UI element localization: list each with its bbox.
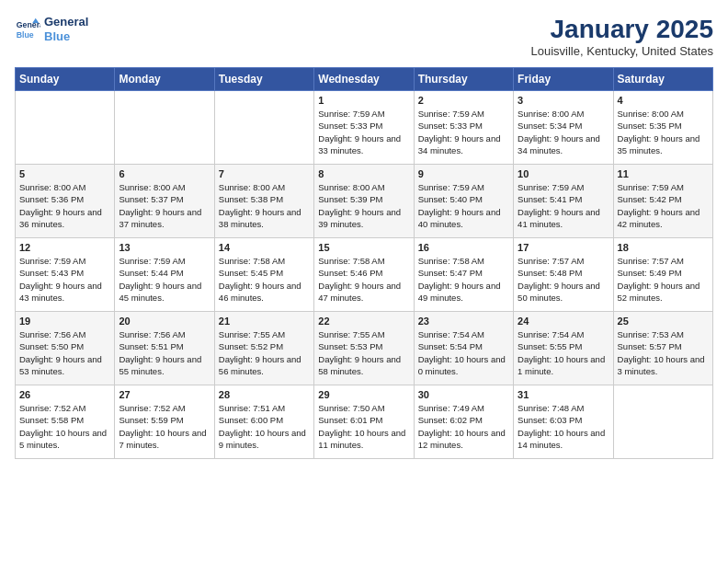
calendar-day-3: 3Sunrise: 8:00 AM Sunset: 5:34 PM Daylig…	[514, 91, 613, 165]
day-number: 8	[318, 168, 409, 179]
logo-text: General Blue	[44, 15, 88, 43]
day-header-wednesday: Wednesday	[314, 68, 414, 91]
calendar-day-20: 20Sunrise: 7:56 AM Sunset: 5:51 PM Dayli…	[115, 312, 214, 385]
calendar-day-26: 26Sunrise: 7:52 AM Sunset: 5:58 PM Dayli…	[16, 385, 115, 459]
day-number: 28	[219, 389, 310, 400]
day-info: Sunrise: 7:55 AM Sunset: 5:53 PM Dayligh…	[318, 328, 409, 377]
day-info: Sunrise: 7:50 AM Sunset: 6:01 PM Dayligh…	[318, 402, 409, 451]
day-info: Sunrise: 8:00 AM Sunset: 5:35 PM Dayligh…	[618, 108, 709, 156]
calendar-day-25: 25Sunrise: 7:53 AM Sunset: 5:57 PM Dayli…	[613, 312, 712, 385]
calendar-day-21: 21Sunrise: 7:55 AM Sunset: 5:52 PM Dayli…	[214, 312, 313, 385]
calendar-day-29: 29Sunrise: 7:50 AM Sunset: 6:01 PM Dayli…	[314, 385, 414, 459]
logo-icon: General Blue	[15, 17, 40, 42]
day-info: Sunrise: 7:59 AM Sunset: 5:43 PM Dayligh…	[19, 255, 110, 304]
day-number: 20	[119, 316, 210, 327]
day-number: 23	[418, 316, 509, 327]
day-info: Sunrise: 8:00 AM Sunset: 5:37 PM Dayligh…	[119, 181, 210, 230]
day-number: 27	[119, 389, 210, 400]
day-number: 15	[318, 242, 409, 253]
day-number: 1	[318, 95, 409, 106]
day-number: 13	[119, 242, 210, 253]
day-info: Sunrise: 7:57 AM Sunset: 5:49 PM Dayligh…	[618, 255, 709, 304]
day-number: 29	[318, 389, 409, 400]
day-number: 2	[418, 95, 509, 106]
day-header-friday: Friday	[514, 68, 613, 91]
calendar-week-2: 5Sunrise: 8:00 AM Sunset: 5:36 PM Daylig…	[16, 165, 713, 238]
day-number: 18	[618, 242, 709, 253]
calendar-week-4: 19Sunrise: 7:56 AM Sunset: 5:50 PM Dayli…	[16, 312, 713, 385]
calendar-day-12: 12Sunrise: 7:59 AM Sunset: 5:43 PM Dayli…	[16, 238, 115, 312]
day-info: Sunrise: 7:51 AM Sunset: 6:00 PM Dayligh…	[219, 402, 310, 451]
day-header-tuesday: Tuesday	[214, 68, 313, 91]
calendar-day-8: 8Sunrise: 8:00 AM Sunset: 5:39 PM Daylig…	[314, 165, 414, 238]
day-info: Sunrise: 8:00 AM Sunset: 5:39 PM Dayligh…	[318, 181, 409, 230]
day-number: 3	[518, 95, 609, 106]
calendar-day-31: 31Sunrise: 7:48 AM Sunset: 6:03 PM Dayli…	[514, 385, 613, 459]
page-header: General Blue General Blue January 2025 L…	[15, 15, 713, 58]
day-number: 21	[219, 316, 310, 327]
calendar-empty	[115, 91, 214, 165]
day-info: Sunrise: 7:53 AM Sunset: 5:57 PM Dayligh…	[618, 328, 709, 377]
title-block: January 2025 Louisville, Kentucky, Unite…	[531, 15, 713, 58]
day-number: 6	[119, 168, 210, 179]
calendar-day-7: 7Sunrise: 8:00 AM Sunset: 5:38 PM Daylig…	[214, 165, 313, 238]
day-info: Sunrise: 8:00 AM Sunset: 5:38 PM Dayligh…	[219, 181, 310, 230]
day-number: 16	[418, 242, 509, 253]
day-info: Sunrise: 7:58 AM Sunset: 5:47 PM Dayligh…	[418, 255, 509, 304]
day-number: 17	[518, 242, 609, 253]
day-info: Sunrise: 7:59 AM Sunset: 5:41 PM Dayligh…	[518, 181, 609, 230]
day-header-thursday: Thursday	[414, 68, 513, 91]
calendar-header-row: SundayMondayTuesdayWednesdayThursdayFrid…	[16, 68, 713, 91]
day-info: Sunrise: 7:48 AM Sunset: 6:03 PM Dayligh…	[518, 402, 609, 451]
day-info: Sunrise: 7:59 AM Sunset: 5:40 PM Dayligh…	[418, 181, 509, 230]
month-title: January 2025	[531, 15, 713, 44]
calendar-day-27: 27Sunrise: 7:52 AM Sunset: 5:59 PM Dayli…	[115, 385, 214, 459]
day-number: 19	[19, 316, 110, 327]
day-number: 30	[418, 389, 509, 400]
day-number: 7	[219, 168, 310, 179]
day-info: Sunrise: 7:49 AM Sunset: 6:02 PM Dayligh…	[418, 402, 509, 451]
day-number: 11	[618, 168, 709, 179]
calendar-body: 1Sunrise: 7:59 AM Sunset: 5:33 PM Daylig…	[16, 91, 713, 459]
day-info: Sunrise: 7:54 AM Sunset: 5:54 PM Dayligh…	[418, 328, 509, 377]
calendar-day-18: 18Sunrise: 7:57 AM Sunset: 5:49 PM Dayli…	[613, 238, 712, 312]
calendar-day-15: 15Sunrise: 7:58 AM Sunset: 5:46 PM Dayli…	[314, 238, 414, 312]
calendar-day-24: 24Sunrise: 7:54 AM Sunset: 5:55 PM Dayli…	[514, 312, 613, 385]
day-info: Sunrise: 7:58 AM Sunset: 5:45 PM Dayligh…	[219, 255, 310, 304]
day-info: Sunrise: 7:56 AM Sunset: 5:51 PM Dayligh…	[119, 328, 210, 377]
day-number: 9	[418, 168, 509, 179]
day-number: 4	[618, 95, 709, 106]
day-info: Sunrise: 7:59 AM Sunset: 5:33 PM Dayligh…	[318, 108, 409, 156]
day-info: Sunrise: 8:00 AM Sunset: 5:36 PM Dayligh…	[19, 181, 110, 230]
calendar-day-30: 30Sunrise: 7:49 AM Sunset: 6:02 PM Dayli…	[414, 385, 513, 459]
calendar-day-5: 5Sunrise: 8:00 AM Sunset: 5:36 PM Daylig…	[16, 165, 115, 238]
day-number: 26	[19, 389, 110, 400]
calendar-day-16: 16Sunrise: 7:58 AM Sunset: 5:47 PM Dayli…	[414, 238, 513, 312]
calendar-week-1: 1Sunrise: 7:59 AM Sunset: 5:33 PM Daylig…	[16, 91, 713, 165]
day-number: 10	[518, 168, 609, 179]
day-number: 12	[19, 242, 110, 253]
calendar-day-23: 23Sunrise: 7:54 AM Sunset: 5:54 PM Dayli…	[414, 312, 513, 385]
calendar-day-9: 9Sunrise: 7:59 AM Sunset: 5:40 PM Daylig…	[414, 165, 513, 238]
logo: General Blue General Blue	[15, 15, 88, 43]
calendar-week-3: 12Sunrise: 7:59 AM Sunset: 5:43 PM Dayli…	[16, 238, 713, 312]
calendar-day-4: 4Sunrise: 8:00 AM Sunset: 5:35 PM Daylig…	[613, 91, 712, 165]
day-info: Sunrise: 7:52 AM Sunset: 5:59 PM Dayligh…	[119, 402, 210, 451]
day-number: 5	[19, 168, 110, 179]
day-info: Sunrise: 7:59 AM Sunset: 5:44 PM Dayligh…	[119, 255, 210, 304]
day-number: 31	[518, 389, 609, 400]
day-info: Sunrise: 7:58 AM Sunset: 5:46 PM Dayligh…	[318, 255, 409, 304]
day-header-saturday: Saturday	[613, 68, 712, 91]
calendar-table: SundayMondayTuesdayWednesdayThursdayFrid…	[15, 67, 713, 459]
day-info: Sunrise: 7:54 AM Sunset: 5:55 PM Dayligh…	[518, 328, 609, 377]
calendar-day-10: 10Sunrise: 7:59 AM Sunset: 5:41 PM Dayli…	[514, 165, 613, 238]
calendar-day-22: 22Sunrise: 7:55 AM Sunset: 5:53 PM Dayli…	[314, 312, 414, 385]
calendar-day-28: 28Sunrise: 7:51 AM Sunset: 6:00 PM Dayli…	[214, 385, 313, 459]
day-info: Sunrise: 7:57 AM Sunset: 5:48 PM Dayligh…	[518, 255, 609, 304]
calendar-day-2: 2Sunrise: 7:59 AM Sunset: 5:33 PM Daylig…	[414, 91, 513, 165]
calendar-empty	[16, 91, 115, 165]
location: Louisville, Kentucky, United States	[531, 44, 713, 58]
calendar-empty	[613, 385, 712, 459]
day-number: 24	[518, 316, 609, 327]
calendar-day-14: 14Sunrise: 7:58 AM Sunset: 5:45 PM Dayli…	[214, 238, 313, 312]
